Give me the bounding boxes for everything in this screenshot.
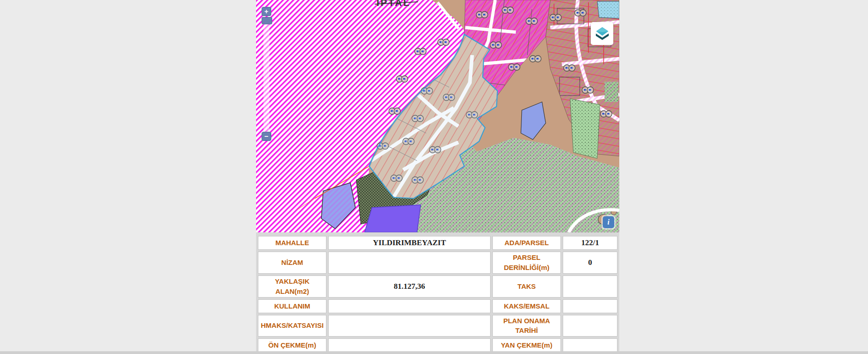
- label-nizam: NİZAM: [258, 252, 326, 274]
- value-on-cekme: [328, 338, 491, 352]
- value-nizam: [328, 252, 491, 274]
- label-taks: TAKS: [492, 275, 561, 298]
- zoning-map: İPTAL: [256, 0, 619, 232]
- parcel-query-widget: İPTAL + − i MAHALLE YILDIRIMBEYAZIT ADA/…: [256, 0, 619, 354]
- table-row: MAHALLE YILDIRIMBEYAZIT ADA/PARSEL 122/1: [258, 236, 617, 250]
- label-ada-parsel: ADA/PARSEL: [492, 236, 561, 250]
- value-yaklasik-alan: 81.127,36: [328, 275, 491, 298]
- label-kaks-emsal: KAKS/EMSAL: [492, 299, 561, 313]
- layers-button[interactable]: [591, 22, 613, 45]
- value-mahalle: YILDIRIMBEYAZIT: [328, 236, 491, 250]
- info-icon: i: [607, 218, 609, 226]
- label-mahalle: MAHALLE: [258, 236, 326, 250]
- value-ada-parsel: 122/1: [563, 236, 617, 250]
- label-kullanim: KULLANIM: [258, 299, 326, 313]
- minus-icon: −: [264, 132, 268, 140]
- value-yan-cekme: [563, 338, 617, 352]
- table-row: NİZAM PARSEL DERİNLİĞİ(m) 0: [258, 252, 617, 274]
- value-taks: [563, 275, 617, 298]
- label-yaklasik-alan: YAKLAŞIK ALAN(m2): [258, 275, 326, 298]
- plus-icon: +: [264, 7, 268, 15]
- layers-icon: [594, 26, 611, 41]
- info-button[interactable]: i: [603, 216, 614, 228]
- label-on-cekme: ÖN ÇEKME(m): [258, 338, 326, 352]
- zoom-out-button[interactable]: −: [262, 132, 271, 141]
- value-plan-onama-tarihi: [563, 315, 617, 337]
- table-row: ÖN ÇEKME(m) YAN ÇEKME(m): [258, 338, 617, 352]
- purple-zone: [365, 205, 421, 232]
- label-parsel-derinligi: PARSEL DERİNLİĞİ(m): [492, 252, 561, 274]
- parcel-info-table: MAHALLE YILDIRIMBEYAZIT ADA/PARSEL 122/1…: [256, 234, 619, 354]
- label-yan-cekme: YAN ÇEKME(m): [492, 338, 561, 352]
- label-plan-onama-tarihi: PLAN ONAMA TARİHİ: [492, 315, 561, 337]
- bottom-scroll-strip: [0, 351, 868, 354]
- value-hmaks-katsayisi: [328, 315, 491, 337]
- table-row: HMAKS/KATSAYISI PLAN ONAMA TARİHİ: [258, 315, 617, 337]
- zoom-in-button[interactable]: +: [262, 7, 271, 16]
- zoom-slider-handle[interactable]: [262, 17, 272, 24]
- value-kaks-emsal: [563, 299, 617, 313]
- label-hmaks-katsayisi: HMAKS/KATSAYISI: [258, 315, 326, 337]
- table-row: YAKLAŞIK ALAN(m2) 81.127,36 TAKS: [258, 275, 617, 298]
- value-parsel-derinligi: 0: [563, 252, 617, 274]
- value-kullanim: [328, 299, 491, 313]
- map-canvas[interactable]: İPTAL + − i: [256, 0, 619, 232]
- zoom-slider-track[interactable]: [263, 17, 269, 138]
- table-row: KULLANIM KAKS/EMSAL: [258, 299, 617, 313]
- cyan-block: [597, 1, 619, 18]
